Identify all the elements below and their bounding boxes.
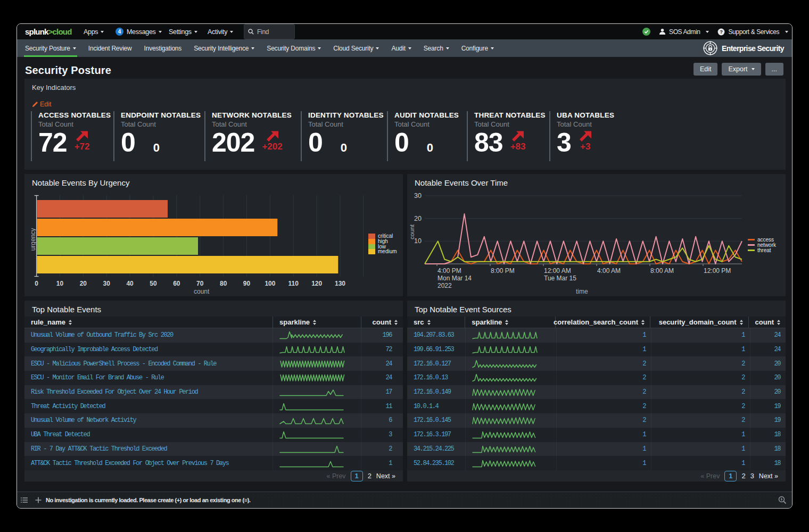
table-row[interactable]: RIR - 7 Day ATT&CK Tactic Threshold Exce… bbox=[24, 442, 403, 456]
cell-count: 72 bbox=[361, 343, 403, 357]
more-button[interactable]: ... bbox=[765, 63, 783, 76]
table-row[interactable]: ESCU - Monitor Email For Brand Abuse - R… bbox=[24, 371, 403, 385]
investigation-search-icon[interactable] bbox=[778, 496, 787, 504]
investigation-list-icon[interactable] bbox=[21, 497, 28, 503]
prev-page-button[interactable]: « Prev bbox=[326, 472, 345, 480]
tab-security-domains[interactable]: Security Domains bbox=[267, 39, 321, 57]
tab-incident-review[interactable]: Incident Review bbox=[88, 39, 132, 57]
kpi-audit-notables[interactable]: AUDIT NOTABLESTotal Count00 bbox=[387, 111, 459, 161]
menu-activity[interactable]: Activity bbox=[208, 24, 233, 39]
bar-high[interactable] bbox=[37, 219, 277, 236]
tab-search[interactable]: Search bbox=[424, 39, 449, 57]
column-header-rule_name[interactable]: rule_name bbox=[24, 317, 273, 328]
page-button-1[interactable]: 1 bbox=[724, 471, 737, 481]
column-header-sparkline[interactable]: sparkline bbox=[273, 317, 361, 328]
kpi-identity-notables[interactable]: IDENTITY NOTABLESTotal Count00 bbox=[301, 111, 384, 161]
column-header-src[interactable]: src bbox=[407, 317, 465, 328]
table-row[interactable]: Threat Activity Detected11 bbox=[24, 399, 403, 413]
prev-page-button[interactable]: « Prev bbox=[700, 472, 720, 480]
column-header-sparkline[interactable]: sparkline bbox=[465, 317, 555, 328]
app-window: splunk>cloud Apps 4 Messages Settings Ac… bbox=[16, 23, 793, 509]
table-row[interactable]: Risk Threshold Exceeded For Object Over … bbox=[24, 385, 403, 400]
table-row[interactable]: 104.207.83.631124 bbox=[407, 328, 786, 343]
kpi-threat-notables[interactable]: THREAT NOTABLESTotal Count83+83 bbox=[467, 111, 546, 161]
next-page-button[interactable]: Next » bbox=[376, 472, 395, 480]
cell-security_domain_count: 1 bbox=[651, 442, 750, 456]
status-ok-icon[interactable] bbox=[642, 28, 650, 36]
chevron-down-icon bbox=[752, 68, 755, 70]
cell-sparkline bbox=[273, 456, 361, 470]
cell-sparkline bbox=[465, 413, 556, 428]
table-row[interactable]: 199.66.91.2531124 bbox=[407, 343, 786, 357]
legend-swatch-network bbox=[748, 244, 755, 246]
kpi-access-notables[interactable]: ACCESS NOTABLESTotal Count72+72 bbox=[31, 111, 111, 161]
cell-correlation_search_count: 2 bbox=[556, 356, 651, 371]
tab-audit[interactable]: Audit bbox=[391, 39, 411, 57]
find-search-input[interactable]: Find bbox=[244, 24, 295, 39]
kpi-network-notables[interactable]: NETWORK NOTABLESTotal Count202+202 bbox=[204, 111, 292, 161]
table-row[interactable]: 10.0.1.42219 bbox=[407, 399, 786, 413]
table-row[interactable]: UBA Threat Detected3 bbox=[24, 428, 403, 442]
cell-sparkline bbox=[465, 442, 556, 456]
create-investigation-icon[interactable] bbox=[35, 497, 42, 503]
events-over-time-chart: 1020304:00 PMMon Mar 1420228:00 PM12:00 … bbox=[407, 174, 786, 296]
cell-count: 24 bbox=[361, 356, 403, 371]
table-row[interactable]: Unusual Volume of Outbound Traffic By Sr… bbox=[24, 328, 403, 343]
table-row[interactable]: ESCU - Malicious PowerShell Process - En… bbox=[24, 356, 403, 371]
kpi-delta-value: 0 bbox=[153, 143, 160, 153]
column-header-count[interactable]: count bbox=[361, 317, 403, 328]
menu-settings[interactable]: Settings bbox=[169, 24, 197, 39]
page-button-2[interactable]: 2 bbox=[368, 472, 372, 480]
tab-investigations[interactable]: Investigations bbox=[144, 39, 182, 57]
edit-button[interactable]: Edit bbox=[694, 63, 718, 76]
table-row[interactable]: 52.84.235.1021118 bbox=[407, 456, 786, 470]
kpi-value-row: 00 bbox=[121, 130, 201, 155]
user-menu[interactable]: SOS Admin bbox=[659, 28, 709, 36]
table-row[interactable]: Geographically Improbable Access Detecte… bbox=[24, 343, 403, 357]
tab-label: Investigations bbox=[144, 45, 182, 52]
legend-label-threat: threat bbox=[757, 247, 771, 253]
cell-count: 19 bbox=[750, 399, 786, 413]
kpi-uba-notables[interactable]: UBA NOTABLESTotal Count3+3 bbox=[549, 111, 614, 161]
tab-security-intelligence[interactable]: Security Intelligence bbox=[194, 39, 254, 57]
cell-rule_name: RIR - 7 Day ATT&CK Tactic Threshold Exce… bbox=[24, 442, 273, 456]
bar-low[interactable] bbox=[37, 237, 198, 255]
table-row[interactable]: ATT&CK Tactic Threshold Exceeded For Obj… bbox=[24, 456, 403, 470]
bar-medium[interactable] bbox=[37, 256, 338, 273]
table-row[interactable]: 172.16.0.132220 bbox=[407, 371, 786, 385]
x-tick-label: 12:00 PM bbox=[704, 267, 731, 275]
tab-security-posture[interactable]: Security Posture bbox=[25, 39, 76, 57]
table-row[interactable]: Unusual Volume of Network Activity6 bbox=[24, 413, 403, 428]
chevron-down-icon bbox=[376, 47, 379, 49]
cell-count: 18 bbox=[750, 456, 786, 470]
table-row[interactable]: 172.16.0.1492220 bbox=[407, 385, 786, 400]
cell-rule_name: Geographically Improbable Access Detecte… bbox=[24, 343, 273, 357]
page-button-3[interactable]: 3 bbox=[750, 472, 754, 480]
page-button-2[interactable]: 2 bbox=[741, 472, 745, 480]
table-row[interactable]: 172.16.0.1272220 bbox=[407, 356, 786, 371]
column-header-count[interactable]: count bbox=[748, 317, 786, 328]
investigation-message: No investigation is currently loaded. Pl… bbox=[46, 497, 251, 503]
support-menu[interactable]: ? Support & Services bbox=[717, 28, 788, 36]
kpi-endpoint-notables[interactable]: ENDPOINT NOTABLESTotal Count00 bbox=[113, 111, 201, 161]
page-button-1[interactable]: 1 bbox=[351, 471, 363, 481]
column-header-correlation_search_count[interactable]: correlation_search_count bbox=[555, 317, 650, 328]
sparkline-flat_end_spike bbox=[279, 444, 345, 454]
splunk-cloud-logo[interactable]: splunk>cloud bbox=[25, 24, 72, 39]
column-header-security_domain_count[interactable]: security_domain_count bbox=[650, 317, 748, 328]
table-row[interactable]: 172.16.3.1971118 bbox=[407, 428, 786, 442]
tab-label: Cloud Security bbox=[333, 45, 373, 52]
next-page-button[interactable]: Next » bbox=[759, 472, 778, 480]
table-row[interactable]: 172.16.0.1452219 bbox=[407, 413, 786, 428]
menu-messages[interactable]: 4 Messages bbox=[115, 24, 162, 39]
tab-configure[interactable]: Configure bbox=[461, 39, 494, 57]
cell-src: 104.207.83.63 bbox=[407, 328, 465, 343]
tab-cloud-security[interactable]: Cloud Security bbox=[333, 39, 379, 57]
export-button[interactable]: Export bbox=[722, 63, 761, 76]
table-row[interactable]: 34.215.24.2251118 bbox=[407, 442, 786, 456]
menu-apps[interactable]: Apps bbox=[84, 24, 104, 39]
bar-critical[interactable] bbox=[37, 200, 168, 218]
cell-count: 19 bbox=[750, 413, 786, 428]
cell-correlation_search_count: 2 bbox=[556, 413, 651, 428]
kpi-edit-link[interactable]: Edit bbox=[32, 101, 52, 108]
